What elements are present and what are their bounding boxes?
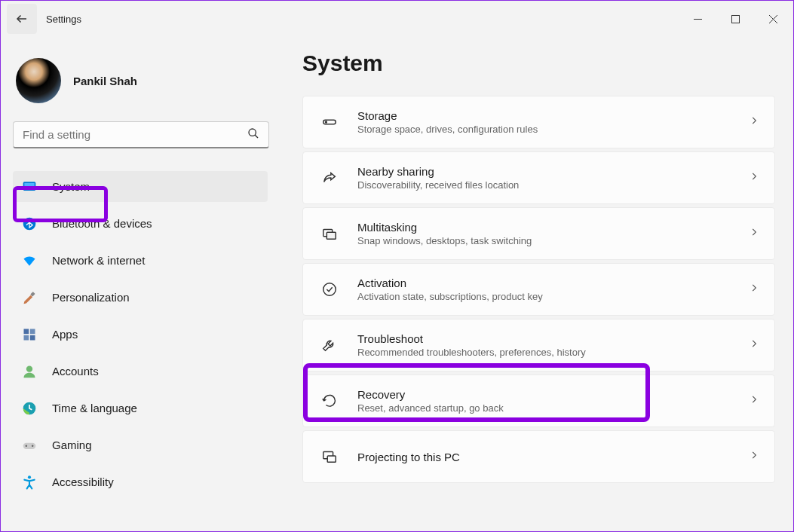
- share-icon: [318, 170, 341, 186]
- chevron-right-icon: [749, 283, 759, 296]
- card-storage[interactable]: Storage Storage space, drives, configura…: [302, 96, 775, 148]
- svg-rect-27: [327, 456, 336, 462]
- sidebar-item-accessibility[interactable]: Accessibility: [13, 466, 268, 497]
- sidebar-item-label: System: [52, 180, 90, 193]
- storage-icon: [318, 114, 341, 130]
- sidebar-item-label: Accessibility: [52, 475, 114, 488]
- sidebar-item-label: Accounts: [52, 365, 99, 378]
- sidebar-item-label: Bluetooth & devices: [52, 217, 152, 230]
- apps-icon: [22, 327, 37, 342]
- avatar: [16, 58, 61, 103]
- user-name: Pankil Shah: [73, 75, 137, 87]
- sidebar-item-bluetooth-devices[interactable]: Bluetooth & devices: [13, 208, 268, 239]
- svg-line-6: [255, 135, 258, 138]
- recovery-icon: [318, 393, 341, 409]
- sidebar-item-time-language[interactable]: Time & language: [13, 393, 268, 423]
- sidebar-item-accounts[interactable]: Accounts: [13, 356, 268, 387]
- svg-rect-1: [731, 15, 739, 23]
- account-icon: [22, 364, 37, 379]
- card-title: Recovery: [357, 388, 749, 401]
- sidebar-item-network-internet[interactable]: Network & internet: [13, 245, 268, 276]
- svg-point-5: [249, 129, 256, 136]
- close-button[interactable]: [756, 7, 790, 31]
- chevron-right-icon: [749, 171, 759, 185]
- svg-point-20: [28, 475, 31, 478]
- card-title: Multitasking: [357, 221, 749, 234]
- svg-rect-13: [24, 335, 29, 340]
- maximize-button[interactable]: [718, 7, 753, 31]
- svg-point-18: [26, 445, 28, 447]
- search-box[interactable]: [13, 121, 269, 148]
- activation-icon: [318, 281, 341, 298]
- accessibility-icon: [22, 475, 37, 490]
- card-subtitle: Recommended troubleshooters, preferences…: [357, 347, 749, 358]
- card-subtitle: Discoverability, received files location: [357, 179, 749, 191]
- card-recovery[interactable]: Recovery Reset, advanced startup, go bac…: [302, 375, 775, 427]
- sidebar-item-label: Network & internet: [52, 254, 145, 267]
- minimize-button[interactable]: [680, 7, 715, 31]
- card-subtitle: Reset, advanced startup, go back: [357, 402, 749, 414]
- sidebar-item-label: Apps: [52, 328, 78, 341]
- sidebar-item-system[interactable]: System: [13, 171, 268, 202]
- chevron-right-icon: [749, 450, 759, 463]
- svg-rect-12: [30, 329, 35, 334]
- svg-point-15: [26, 365, 32, 371]
- card-troubleshoot[interactable]: Troubleshoot Recommended troubleshooters…: [302, 319, 775, 371]
- svg-rect-8: [24, 183, 34, 189]
- time-icon: [22, 401, 37, 416]
- gaming-icon: [22, 438, 37, 453]
- sidebar-item-apps[interactable]: Apps: [13, 319, 268, 350]
- multitask-icon: [318, 225, 341, 242]
- sidebar: Pankil Shah System Bluetooth & devices N…: [1, 37, 280, 531]
- svg-rect-14: [30, 335, 35, 340]
- back-button[interactable]: [7, 4, 37, 34]
- content-pane: System Storage Storage space, drives, co…: [280, 37, 793, 531]
- card-nearby-sharing[interactable]: Nearby sharing Discoverability, received…: [302, 151, 775, 204]
- card-title: Nearby sharing: [357, 165, 749, 178]
- sidebar-item-label: Personalization: [52, 291, 130, 304]
- sidebar-item-personalization[interactable]: Personalization: [13, 282, 268, 313]
- card-subtitle: Activation state, subscriptions, product…: [357, 291, 749, 302]
- search-icon: [247, 127, 259, 142]
- profile-block[interactable]: Pankil Shah: [13, 52, 268, 121]
- svg-point-25: [323, 283, 336, 296]
- svg-point-22: [326, 121, 327, 123]
- sidebar-item-gaming[interactable]: Gaming: [13, 430, 268, 460]
- bluetooth-icon: [22, 216, 37, 231]
- svg-point-19: [32, 445, 34, 447]
- wifi-icon: [22, 253, 37, 268]
- chevron-right-icon: [749, 227, 759, 240]
- card-title: Storage: [357, 109, 749, 122]
- card-projecting-to-this-pc[interactable]: Projecting to this PC: [302, 430, 775, 483]
- card-multitasking[interactable]: Multitasking Snap windows, desktops, tas…: [302, 207, 775, 260]
- svg-rect-17: [23, 442, 36, 448]
- chevron-right-icon: [749, 115, 759, 129]
- svg-rect-11: [24, 329, 29, 334]
- card-subtitle: Storage space, drives, configuration rul…: [357, 124, 749, 135]
- card-title: Activation: [357, 277, 749, 289]
- chevron-right-icon: [749, 338, 759, 352]
- card-subtitle: Snap windows, desktops, task switching: [357, 235, 749, 246]
- sidebar-item-label: Gaming: [52, 439, 92, 451]
- system-icon: [22, 179, 37, 194]
- card-title: Projecting to this PC: [357, 451, 749, 463]
- brush-icon: [22, 290, 37, 305]
- search-input[interactable]: [23, 128, 247, 141]
- sidebar-item-label: Time & language: [52, 402, 137, 414]
- troubleshoot-icon: [318, 337, 341, 353]
- chevron-right-icon: [749, 394, 759, 408]
- card-title: Troubleshoot: [357, 332, 749, 345]
- card-activation[interactable]: Activation Activation state, subscriptio…: [302, 263, 775, 316]
- app-title: Settings: [46, 14, 81, 25]
- svg-rect-24: [326, 232, 336, 239]
- page-title: System: [302, 50, 775, 76]
- project-icon: [318, 448, 341, 465]
